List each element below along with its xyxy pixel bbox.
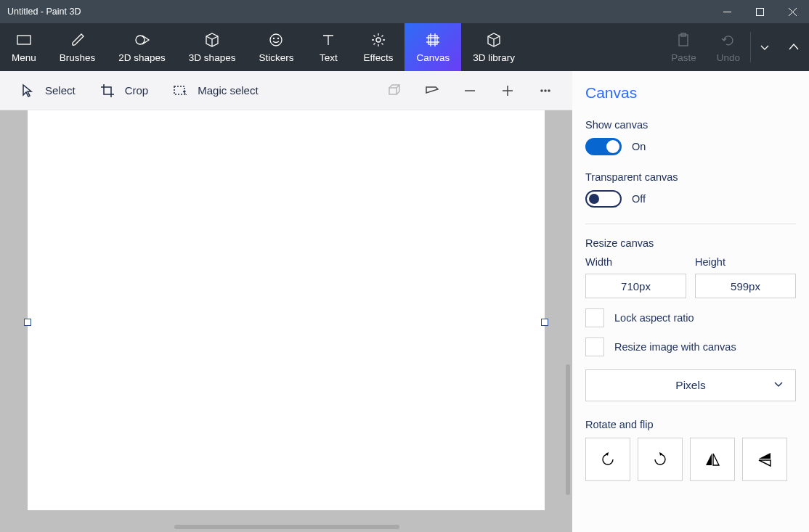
3d-shapes-label: 3D shapes	[189, 52, 236, 63]
units-value: Pixels	[675, 379, 705, 392]
stickers-tab[interactable]: Stickers	[247, 23, 305, 71]
transparent-canvas-state: Off	[632, 193, 646, 205]
show-canvas-toggle[interactable]	[585, 138, 622, 155]
width-input[interactable]	[585, 274, 686, 298]
menu-icon	[16, 32, 32, 48]
svg-point-5	[136, 36, 145, 44]
2d-shapes-label: 2D shapes	[118, 52, 166, 63]
toolbar: Select Crop Magic select	[0, 71, 572, 110]
transparent-canvas-label: Transparent canvas	[585, 171, 796, 183]
rotate-flip-label: Rotate and flip	[585, 419, 796, 430]
3d-library-tab[interactable]: 3D library	[461, 23, 527, 71]
svg-point-7	[274, 38, 275, 38]
canvas-panel: Canvas Show canvas On Transparent canvas…	[572, 71, 809, 532]
paste-label: Paste	[671, 52, 696, 63]
height-input[interactable]	[695, 274, 796, 298]
2d-shapes-icon	[134, 32, 150, 48]
horizontal-scrollbar[interactable]	[174, 525, 399, 529]
flip-vertical-button[interactable]	[742, 438, 787, 481]
resize-image-label: Resize image with canvas	[614, 341, 736, 353]
ribbon: Menu Brushes 2D shapes 3D shapes Sticker…	[0, 23, 809, 71]
crop-tool[interactable]: Crop	[90, 79, 159, 102]
flip-horizontal-button[interactable]	[690, 438, 735, 481]
canvas[interactable]	[28, 110, 545, 510]
canvas-tab[interactable]: Canvas	[404, 23, 461, 71]
svg-rect-14	[389, 88, 397, 94]
height-label: Height	[695, 256, 796, 268]
magic-select-label: Magic select	[198, 84, 258, 97]
stickers-icon	[268, 32, 284, 48]
paste-button: Paste	[661, 23, 707, 71]
show-canvas-label: Show canvas	[585, 119, 796, 131]
chevron-down-icon	[757, 39, 773, 55]
crop-label: Crop	[125, 84, 149, 97]
brushes-label: Brushes	[60, 52, 96, 63]
svg-point-19	[545, 90, 546, 91]
3d-library-icon	[486, 32, 502, 48]
paste-icon	[675, 32, 691, 48]
more-options-button[interactable]	[529, 76, 562, 105]
svg-point-6	[270, 34, 282, 46]
canvas-label: Canvas	[416, 52, 450, 63]
brush-icon	[70, 32, 86, 48]
canvas-area[interactable]	[0, 110, 572, 532]
brushes-tab[interactable]: Brushes	[48, 23, 107, 71]
rotate-right-button[interactable]	[638, 438, 683, 481]
resize-canvas-label: Resize canvas	[585, 237, 796, 249]
units-select[interactable]: Pixels	[585, 369, 796, 401]
undo-button: Undo	[707, 23, 750, 71]
menu-button[interactable]: Menu	[0, 23, 48, 71]
resize-image-checkbox[interactable]	[585, 337, 604, 356]
canvas-icon	[425, 32, 441, 48]
text-tab[interactable]: Text	[305, 23, 351, 71]
svg-point-20	[548, 90, 550, 91]
crop-icon	[100, 83, 115, 98]
svg-rect-13	[174, 86, 184, 94]
magic-select-icon	[173, 83, 187, 98]
menu-label: Menu	[12, 52, 36, 63]
rotate-left-button[interactable]	[585, 438, 630, 481]
cursor-icon	[20, 83, 35, 98]
effects-tab[interactable]: Effects	[351, 23, 404, 71]
svg-point-9	[376, 38, 381, 42]
panel-title: Canvas	[585, 84, 796, 102]
magic-select-tool[interactable]: Magic select	[163, 79, 268, 102]
text-label: Text	[320, 52, 338, 63]
mixed-reality-button[interactable]	[415, 76, 449, 105]
svg-rect-4	[17, 36, 31, 44]
3d-library-label: 3D library	[473, 52, 515, 63]
zoom-out-button[interactable]	[453, 76, 487, 105]
minimize-button[interactable]	[711, 0, 744, 23]
lock-aspect-label: Lock aspect ratio	[614, 312, 694, 324]
maximize-button[interactable]	[744, 0, 776, 23]
resize-handle-right[interactable]	[541, 319, 548, 326]
chevron-up-icon	[786, 39, 802, 55]
effects-label: Effects	[363, 52, 393, 63]
effects-icon	[370, 32, 386, 48]
select-label: Select	[45, 84, 76, 97]
2d-shapes-tab[interactable]: 2D shapes	[107, 23, 177, 71]
width-label: Width	[585, 256, 686, 268]
svg-point-8	[278, 38, 279, 38]
3d-view-button[interactable]	[378, 76, 411, 105]
close-button[interactable]	[776, 0, 809, 23]
zoom-in-button[interactable]	[491, 76, 524, 105]
resize-handle-left[interactable]	[24, 319, 31, 326]
3d-shapes-icon	[204, 32, 220, 48]
window-title: Untitled - Paint 3D	[0, 7, 711, 17]
3d-shapes-tab[interactable]: 3D shapes	[177, 23, 248, 71]
svg-point-18	[541, 90, 542, 91]
undo-icon	[720, 32, 736, 48]
text-icon	[320, 32, 336, 48]
undo-label: Undo	[717, 52, 740, 63]
more-dropdown[interactable]	[751, 23, 778, 71]
select-tool[interactable]: Select	[10, 79, 86, 102]
collapse-panel-button[interactable]	[778, 23, 809, 71]
transparent-canvas-toggle[interactable]	[585, 190, 622, 208]
svg-rect-1	[757, 8, 764, 15]
title-bar: Untitled - Paint 3D	[0, 0, 809, 23]
lock-aspect-checkbox[interactable]	[585, 308, 604, 327]
stickers-label: Stickers	[259, 52, 293, 63]
vertical-scrollbar[interactable]	[566, 364, 570, 495]
divider	[585, 224, 796, 224]
